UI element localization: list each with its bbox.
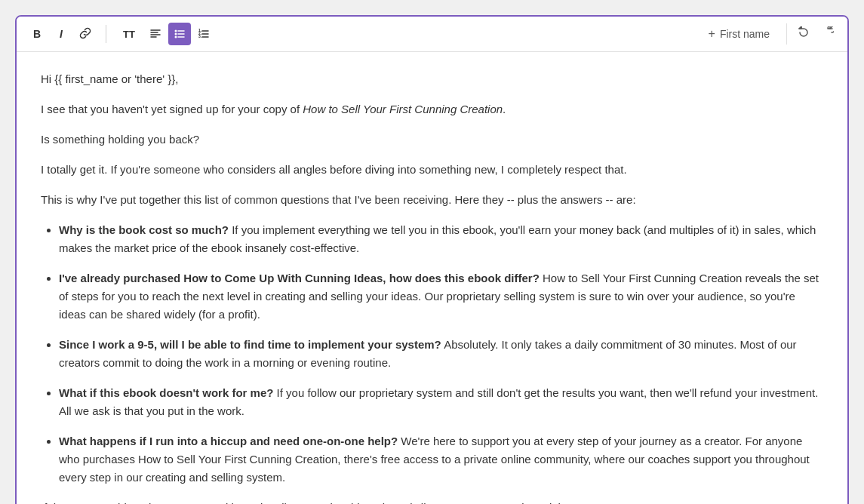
bullet2-bold: I've already purchased How to Come Up Wi… <box>59 272 540 284</box>
svg-point-4 <box>175 29 177 32</box>
redo-icon <box>822 26 834 41</box>
undo-redo-group <box>786 23 838 45</box>
editor-container: B I TT <box>15 15 849 504</box>
bullet4-bold: What if this ebook doesn't work for me? <box>59 386 273 399</box>
svg-point-8 <box>175 35 177 38</box>
toolbar-divider-1 <box>106 25 106 43</box>
link-button[interactable] <box>74 23 97 45</box>
editor-content[interactable]: Hi {{ first_name or 'there' }}, I see th… <box>17 52 847 504</box>
bullet-list-icon <box>174 27 186 41</box>
ordered-list-button[interactable]: 1. 2. 3. <box>192 23 215 45</box>
bold-button[interactable]: B <box>26 23 48 45</box>
paragraph-4: This is why I've put together this list … <box>41 191 823 209</box>
align-button[interactable] <box>144 23 167 45</box>
list-item: Why is the book cost so much? If you imp… <box>59 221 823 257</box>
bullet3-bold: Since I work a 9-5, will I be able to fi… <box>59 338 441 351</box>
redo-button[interactable] <box>817 23 838 45</box>
plus-icon: + <box>709 27 715 41</box>
bullet5-bold: What happens if I run into a hiccup and … <box>59 435 398 447</box>
link-icon <box>79 27 91 41</box>
faq-list: Why is the book cost so much? If you imp… <box>59 221 823 487</box>
italic-button[interactable]: I <box>50 23 72 45</box>
insert-variable-label: First name <box>720 28 770 40</box>
formatting-group: B I <box>26 23 97 45</box>
paragraph-2: Is something holding you back? <box>41 131 823 149</box>
list-item: I've already purchased How to Come Up Wi… <box>59 269 823 324</box>
list-item: Since I work a 9-5, will I be able to fi… <box>59 336 823 372</box>
text-size-button[interactable]: TT <box>115 23 143 45</box>
undo-icon <box>798 26 810 41</box>
align-icon <box>149 27 161 41</box>
ordered-list-icon: 1. 2. 3. <box>198 27 210 41</box>
insert-variable-button[interactable]: + First name <box>698 23 780 45</box>
list-item: What if this ebook doesn't work for me? … <box>59 384 823 420</box>
toolbar-right: + First name <box>698 23 838 45</box>
bold-icon: B <box>33 28 41 40</box>
book-title-italic: How to Sell Your First Cunning Creation <box>303 103 503 115</box>
block-format-group: TT <box>115 23 215 45</box>
greeting-line: Hi {{ first_name or 'there' }}, <box>41 70 823 88</box>
list-item: What happens if I run into a hiccup and … <box>59 432 823 487</box>
bullet-list-button[interactable] <box>168 23 191 45</box>
svg-text:3.: 3. <box>198 34 202 38</box>
italic-icon: I <box>60 28 63 40</box>
svg-point-6 <box>175 32 177 35</box>
bullet1-bold: Why is the book cost so much? <box>59 223 229 236</box>
undo-button[interactable] <box>793 23 814 45</box>
paragraph-1: I see that you haven't yet signed up for… <box>41 100 823 118</box>
closing-paragraph: If there's something I haven't covered h… <box>41 499 823 504</box>
text-size-icon: TT <box>123 29 135 40</box>
toolbar: B I TT <box>17 17 847 52</box>
paragraph-3: I totally get it. If you're someone who … <box>41 161 823 179</box>
